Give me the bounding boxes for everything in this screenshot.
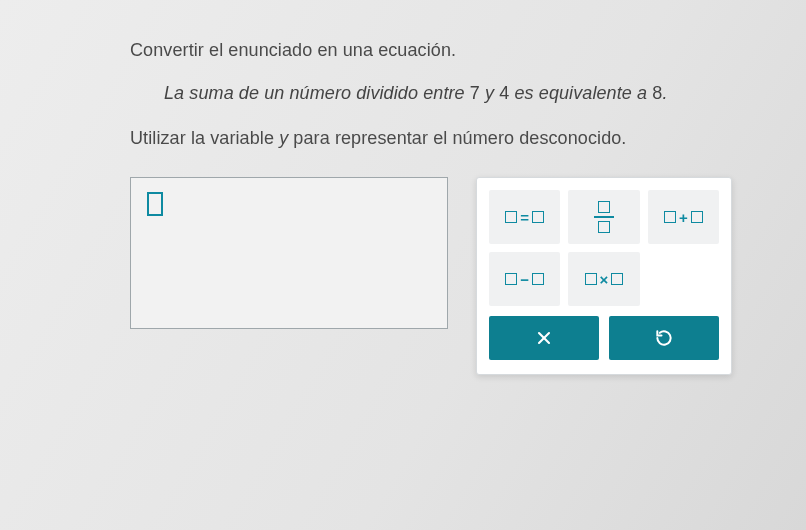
fraction-button[interactable] [568,190,639,244]
var-instr-variable: y [279,128,288,148]
clear-button[interactable] [489,316,599,360]
problem-num2: 4 [499,83,509,103]
var-instr-prefix: Utilizar la variable [130,128,279,148]
placeholder-box-icon [664,211,676,223]
placeholder-box-icon [532,211,544,223]
problem-mid1: y [480,83,499,103]
var-instr-suffix: para representar el número desconocido. [288,128,626,148]
plus-op: + [679,209,688,226]
times-button[interactable]: × [568,252,639,306]
equals-op: = [520,209,529,226]
symbol-palette: = + − × [476,177,732,375]
placeholder-box-icon [532,273,544,285]
placeholder-box-icon [505,211,517,223]
problem-suffix: . [662,83,667,103]
fraction-icon [594,201,614,233]
plus-button[interactable]: + [648,190,719,244]
variable-instruction: Utilizar la variable y para representar … [130,128,746,149]
input-cursor-placeholder [147,192,163,216]
answer-input-box[interactable] [130,177,448,329]
placeholder-box-icon [691,211,703,223]
problem-num3: 8 [652,83,662,103]
close-icon [534,328,554,348]
instruction-text: Convertir el enunciado en una ecuación. [130,40,746,61]
problem-num1: 7 [470,83,480,103]
undo-icon [654,328,674,348]
minus-button[interactable]: − [489,252,560,306]
problem-mid2: es equivalente a [509,83,652,103]
minus-op: − [520,271,529,288]
problem-statement: La suma de un número dividido entre 7 y … [164,83,746,104]
placeholder-box-icon [505,273,517,285]
problem-prefix: La suma de un número dividido entre [164,83,470,103]
reset-button[interactable] [609,316,719,360]
placeholder-box-icon [585,273,597,285]
placeholder-box-icon [611,273,623,285]
equals-button[interactable]: = [489,190,560,244]
times-op: × [600,271,609,288]
